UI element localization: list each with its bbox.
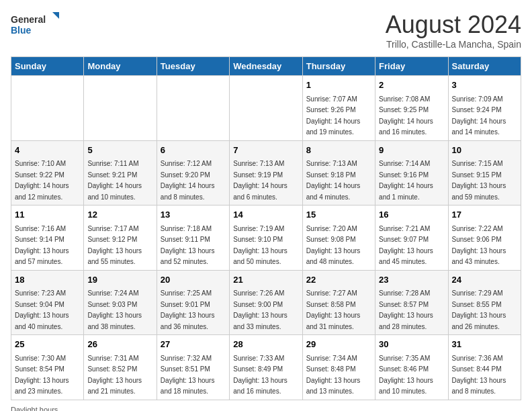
calendar-table: SundayMondayTuesdayWednesdayThursdayFrid… xyxy=(11,56,521,400)
day-number: 5 xyxy=(87,144,152,157)
calendar-title: August 2024 xyxy=(386,11,521,39)
calendar-cell: 30Sunrise: 7:35 AM Sunset: 8:46 PM Dayli… xyxy=(375,335,448,400)
calendar-cell: 10Sunrise: 7:15 AM Sunset: 9:15 PM Dayli… xyxy=(448,140,521,205)
calendar-cell: 23Sunrise: 7:28 AM Sunset: 8:57 PM Dayli… xyxy=(375,270,448,335)
logo-svg: GeneralBlue xyxy=(11,11,64,38)
week-row-1: 1Sunrise: 7:07 AM Sunset: 9:26 PM Daylig… xyxy=(11,76,521,141)
day-header-monday: Monday xyxy=(84,57,157,76)
header: GeneralBlue August 2024 Trillo, Castille… xyxy=(11,11,521,50)
day-number: 7 xyxy=(233,144,298,157)
day-number: 17 xyxy=(452,208,517,222)
day-info: Sunrise: 7:31 AM Sunset: 8:52 PM Dayligh… xyxy=(87,355,142,396)
day-info: Sunrise: 7:25 AM Sunset: 9:01 PM Dayligh… xyxy=(161,289,215,330)
svg-text:Blue: Blue xyxy=(11,25,32,36)
day-number: 4 xyxy=(15,144,80,157)
day-header-wednesday: Wednesday xyxy=(230,57,302,76)
calendar-cell: 7Sunrise: 7:13 AM Sunset: 9:19 PM Daylig… xyxy=(230,140,302,205)
day-info: Sunrise: 7:34 AM Sunset: 8:48 PM Dayligh… xyxy=(306,355,361,396)
day-info: Sunrise: 7:35 AM Sunset: 8:46 PM Dayligh… xyxy=(379,355,433,396)
calendar-cell: 4Sunrise: 7:10 AM Sunset: 9:22 PM Daylig… xyxy=(11,140,84,205)
day-number: 18 xyxy=(15,273,80,287)
day-number: 8 xyxy=(306,144,371,157)
day-info: Sunrise: 7:13 AM Sunset: 9:18 PM Dayligh… xyxy=(306,160,361,201)
days-header-row: SundayMondayTuesdayWednesdayThursdayFrid… xyxy=(11,57,521,76)
week-row-5: 25Sunrise: 7:30 AM Sunset: 8:54 PM Dayli… xyxy=(11,335,521,400)
calendar-cell: 6Sunrise: 7:12 AM Sunset: 9:20 PM Daylig… xyxy=(157,140,229,205)
calendar-cell: 15Sunrise: 7:20 AM Sunset: 9:08 PM Dayli… xyxy=(302,205,375,271)
svg-marker-1 xyxy=(52,12,59,19)
day-info: Sunrise: 7:18 AM Sunset: 9:11 PM Dayligh… xyxy=(161,225,215,266)
calendar-cell: 12Sunrise: 7:17 AM Sunset: 9:12 PM Dayli… xyxy=(84,205,157,271)
day-number: 13 xyxy=(161,208,226,222)
calendar-cell: 1Sunrise: 7:07 AM Sunset: 9:26 PM Daylig… xyxy=(302,76,375,141)
day-number: 16 xyxy=(379,208,444,222)
calendar-cell: 25Sunrise: 7:30 AM Sunset: 8:54 PM Dayli… xyxy=(11,335,84,400)
week-row-4: 18Sunrise: 7:23 AM Sunset: 9:04 PM Dayli… xyxy=(11,270,521,335)
calendar-cell: 27Sunrise: 7:32 AM Sunset: 8:51 PM Dayli… xyxy=(157,335,229,400)
day-header-friday: Friday xyxy=(375,57,448,76)
day-header-saturday: Saturday xyxy=(448,57,521,76)
day-header-tuesday: Tuesday xyxy=(157,57,229,76)
day-number: 29 xyxy=(306,338,371,351)
daylight-label: Daylight hours xyxy=(11,406,58,412)
day-info: Sunrise: 7:21 AM Sunset: 9:07 PM Dayligh… xyxy=(379,225,433,266)
calendar-cell: 11Sunrise: 7:16 AM Sunset: 9:14 PM Dayli… xyxy=(11,205,84,271)
calendar-cell xyxy=(84,76,157,141)
day-number: 2 xyxy=(379,79,444,92)
day-number: 11 xyxy=(15,208,80,222)
day-info: Sunrise: 7:20 AM Sunset: 9:08 PM Dayligh… xyxy=(306,225,361,266)
calendar-cell xyxy=(230,76,302,141)
calendar-cell: 19Sunrise: 7:24 AM Sunset: 9:03 PM Dayli… xyxy=(84,270,157,335)
day-info: Sunrise: 7:11 AM Sunset: 9:21 PM Dayligh… xyxy=(87,160,142,201)
day-number: 28 xyxy=(233,338,298,351)
day-info: Sunrise: 7:15 AM Sunset: 9:15 PM Dayligh… xyxy=(452,160,506,201)
day-info: Sunrise: 7:07 AM Sunset: 9:26 PM Dayligh… xyxy=(306,95,361,136)
calendar-cell: 5Sunrise: 7:11 AM Sunset: 9:21 PM Daylig… xyxy=(84,140,157,205)
day-info: Sunrise: 7:10 AM Sunset: 9:22 PM Dayligh… xyxy=(15,160,69,201)
day-info: Sunrise: 7:08 AM Sunset: 9:25 PM Dayligh… xyxy=(379,95,433,136)
footer: Daylight hours xyxy=(11,406,521,412)
calendar-cell xyxy=(157,76,229,141)
day-number: 12 xyxy=(87,208,152,222)
day-info: Sunrise: 7:33 AM Sunset: 8:49 PM Dayligh… xyxy=(233,355,287,396)
day-number: 10 xyxy=(452,144,517,157)
calendar-cell: 21Sunrise: 7:26 AM Sunset: 9:00 PM Dayli… xyxy=(230,270,302,335)
day-number: 9 xyxy=(379,144,444,157)
day-number: 1 xyxy=(306,79,371,92)
logo: GeneralBlue xyxy=(11,11,64,38)
day-info: Sunrise: 7:12 AM Sunset: 9:20 PM Dayligh… xyxy=(161,160,215,201)
day-info: Sunrise: 7:22 AM Sunset: 9:06 PM Dayligh… xyxy=(452,225,506,266)
day-number: 21 xyxy=(233,273,298,287)
day-header-sunday: Sunday xyxy=(11,57,84,76)
calendar-cell: 14Sunrise: 7:19 AM Sunset: 9:10 PM Dayli… xyxy=(230,205,302,271)
day-number: 22 xyxy=(306,273,371,287)
day-info: Sunrise: 7:16 AM Sunset: 9:14 PM Dayligh… xyxy=(15,225,69,266)
day-number: 3 xyxy=(452,79,517,92)
day-number: 15 xyxy=(306,208,371,222)
day-number: 20 xyxy=(161,273,226,287)
day-info: Sunrise: 7:13 AM Sunset: 9:19 PM Dayligh… xyxy=(233,160,287,201)
day-number: 27 xyxy=(161,338,226,351)
calendar-cell: 3Sunrise: 7:09 AM Sunset: 9:24 PM Daylig… xyxy=(448,76,521,141)
day-info: Sunrise: 7:36 AM Sunset: 8:44 PM Dayligh… xyxy=(452,355,506,396)
day-info: Sunrise: 7:29 AM Sunset: 8:55 PM Dayligh… xyxy=(452,289,506,330)
day-info: Sunrise: 7:28 AM Sunset: 8:57 PM Dayligh… xyxy=(379,289,433,330)
calendar-cell: 20Sunrise: 7:25 AM Sunset: 9:01 PM Dayli… xyxy=(157,270,229,335)
day-info: Sunrise: 7:23 AM Sunset: 9:04 PM Dayligh… xyxy=(15,289,69,330)
calendar-cell: 29Sunrise: 7:34 AM Sunset: 8:48 PM Dayli… xyxy=(302,335,375,400)
day-info: Sunrise: 7:09 AM Sunset: 9:24 PM Dayligh… xyxy=(452,95,506,136)
calendar-cell: 26Sunrise: 7:31 AM Sunset: 8:52 PM Dayli… xyxy=(84,335,157,400)
day-info: Sunrise: 7:27 AM Sunset: 8:58 PM Dayligh… xyxy=(306,289,361,330)
calendar-cell: 16Sunrise: 7:21 AM Sunset: 9:07 PM Dayli… xyxy=(375,205,448,271)
day-info: Sunrise: 7:14 AM Sunset: 9:16 PM Dayligh… xyxy=(379,160,433,201)
day-number: 25 xyxy=(15,338,80,351)
day-info: Sunrise: 7:19 AM Sunset: 9:10 PM Dayligh… xyxy=(233,225,287,266)
day-number: 31 xyxy=(452,338,517,351)
week-row-3: 11Sunrise: 7:16 AM Sunset: 9:14 PM Dayli… xyxy=(11,205,521,271)
calendar-cell: 8Sunrise: 7:13 AM Sunset: 9:18 PM Daylig… xyxy=(302,140,375,205)
day-info: Sunrise: 7:32 AM Sunset: 8:51 PM Dayligh… xyxy=(161,355,215,396)
day-number: 19 xyxy=(87,273,152,287)
day-header-thursday: Thursday xyxy=(302,57,375,76)
calendar-cell: 17Sunrise: 7:22 AM Sunset: 9:06 PM Dayli… xyxy=(448,205,521,271)
day-info: Sunrise: 7:26 AM Sunset: 9:00 PM Dayligh… xyxy=(233,289,287,330)
